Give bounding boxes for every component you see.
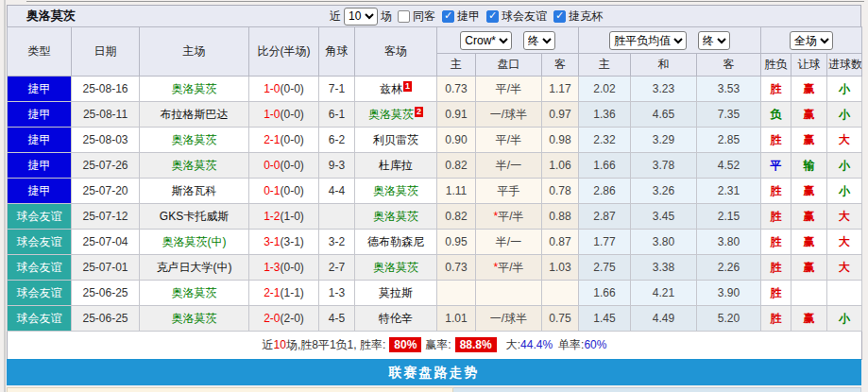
- halftime-score: (0-0): [281, 82, 304, 95]
- cell-corners: 6-1: [319, 102, 355, 128]
- cell-type: 球会友谊: [8, 306, 72, 332]
- home-team-name: 奥洛莫茨: [172, 286, 217, 299]
- fulltime-score: 0-1: [264, 184, 280, 197]
- cup-checkbox[interactable]: [553, 10, 566, 23]
- cell-goals: 大: [827, 255, 862, 281]
- cell-handicap-result: [791, 281, 827, 306]
- summary-row: 近10场,胜8平1负1, 胜率:80%赢率:88.8%大:44.4%单率:60%: [8, 332, 862, 360]
- col-header-handicap: 盘口: [476, 54, 542, 77]
- cell-result: 胜: [761, 77, 791, 102]
- cell-goals: 大: [827, 230, 862, 255]
- table-row: 捷甲 25-07-20 斯洛瓦科 0-1(0-0) 4-4 奥洛莫茨 1.11 …: [8, 179, 862, 204]
- avg-time-select[interactable]: 终: [698, 31, 730, 50]
- home-team-name: GKS卡托威斯: [160, 210, 229, 223]
- cell-handicap: 一/球半: [476, 102, 542, 128]
- league-checkbox[interactable]: [442, 10, 454, 23]
- cell-avg-away: 3.90: [697, 281, 761, 306]
- next-section-left: [7, 387, 453, 392]
- cell-handicap: *平/半: [476, 204, 542, 230]
- odds-time-select[interactable]: 终: [523, 31, 555, 50]
- table-row: 捷甲 25-08-03 奥洛莫茨 2-1(0-0) 6-2 利贝雷茨 0.90 …: [8, 128, 862, 153]
- cell-score: 1-0(0-0): [249, 102, 319, 128]
- cell-odds-home: 0.82: [437, 153, 476, 179]
- away-team-name: 奥洛莫茨: [368, 108, 414, 121]
- cell-odds-home: 0.82: [437, 204, 476, 230]
- away-team-name: 奥洛莫茨: [373, 210, 418, 223]
- same-away-label: 同客: [413, 9, 435, 25]
- cell-score: 2-1(1-1): [249, 281, 319, 306]
- cell-avg-draw: 3.78: [631, 153, 697, 179]
- cell-odds-away: 0.98: [542, 128, 579, 153]
- handicap-line: 平/半: [498, 261, 523, 274]
- cell-handicap: 半/一: [476, 153, 542, 179]
- cell-corners: 3-2: [319, 230, 355, 255]
- big-rate-value: 44.4%: [520, 338, 553, 351]
- cell-date: 25-07-04: [72, 230, 140, 255]
- recent-label: 近: [330, 9, 341, 25]
- cell-odds-away: 0.88: [542, 204, 579, 230]
- scope-select[interactable]: 全场: [790, 31, 833, 50]
- handicap-line: 平/半: [498, 210, 523, 223]
- cell-date: 25-07-12: [72, 204, 140, 230]
- cell-goals: [827, 281, 862, 306]
- cell-corners: [319, 204, 355, 230]
- cell-score: 1-3(0-0): [249, 255, 319, 281]
- filter-controls: 近 10 场 同客 捷甲 球会友谊 捷克杯: [330, 6, 604, 26]
- cell-avg-away: 2.85: [697, 128, 761, 153]
- cell-goals: 大: [827, 204, 862, 230]
- cell-odds-away: 0.75: [542, 306, 579, 332]
- handicap-line: 半/一: [496, 159, 521, 172]
- cell-away-team: 莫拉斯: [355, 281, 437, 306]
- match-rows: 捷甲 25-08-16 奥洛莫茨 1-0(0-0) 7-1 兹林1 0.73 平…: [8, 77, 862, 332]
- col-header-corner: 角球: [319, 27, 355, 77]
- cell-result: 胜: [761, 230, 791, 255]
- team-history-panel: 奥洛莫茨 近 10 场 同客 捷甲 球会友谊 捷克杯: [7, 5, 861, 360]
- cell-odds-away: 1.06: [542, 153, 579, 179]
- table-row: 球会友谊 25-06-25 奥洛莫茨 2-0(2-0) 4-5 特伦辛 1.01…: [8, 306, 862, 332]
- odd-rate-value: 60%: [584, 338, 606, 351]
- recent-count-select[interactable]: 10: [344, 8, 378, 26]
- avg-type-select[interactable]: 胜平负均值: [609, 31, 687, 50]
- cell-corners: 4-5: [319, 306, 355, 332]
- games-label: 场: [381, 9, 392, 25]
- col-header-away: 客场: [355, 27, 437, 77]
- cell-score: 0-1(0-0): [249, 179, 319, 204]
- same-away-checkbox[interactable]: [398, 10, 410, 23]
- cell-corners: 6-2: [319, 128, 355, 153]
- cell-goals: 小: [827, 306, 862, 332]
- cell-date: 25-08-03: [72, 128, 140, 153]
- cell-corners: 9-3: [319, 153, 355, 179]
- col-header-result: 胜负: [761, 54, 791, 77]
- col-header-avg-away: 客: [697, 54, 761, 77]
- cell-avg-home: 2.32: [579, 128, 631, 153]
- summary-cell: 近10场,胜8平1负1, 胜率:80%赢率:88.8%大:44.4%单率:60%: [8, 332, 862, 360]
- cell-odds-home: 0.95: [437, 230, 476, 255]
- summary-recent-count: 10: [274, 338, 286, 351]
- odds-group-header: Crow* 终: [437, 27, 579, 54]
- odds-company-select[interactable]: Crow*: [460, 31, 512, 50]
- friendly-checkbox[interactable]: [486, 10, 499, 23]
- cell-odds-away: 0.97: [542, 102, 579, 128]
- cell-result: 胜: [761, 179, 791, 204]
- halftime-score: (0-0): [281, 184, 304, 197]
- col-header-date: 日期: [72, 27, 140, 77]
- cell-away-team: 兹林1: [355, 77, 437, 102]
- cell-away-team: 奥洛莫茨: [355, 204, 437, 230]
- cup-label: 捷克杯: [569, 9, 603, 25]
- summary-prefix: 近: [263, 338, 274, 351]
- cell-date: 25-08-16: [72, 77, 140, 102]
- cell-date: 25-07-01: [72, 255, 140, 281]
- cell-away-team: 特伦辛: [355, 306, 437, 332]
- cell-handicap-result: 赢: [791, 102, 827, 128]
- cell-odds-home: 1.01: [437, 306, 476, 332]
- league-trend-header[interactable]: 联赛盘路走势: [7, 359, 861, 385]
- fulltime-score: 1-0: [264, 82, 280, 95]
- handicap-rate-label: 赢率:: [425, 338, 451, 351]
- next-section-right: [453, 387, 861, 392]
- cell-avg-home: 2.87: [579, 204, 631, 230]
- next-section-edge: [7, 387, 861, 392]
- cell-handicap-result: 赢: [791, 179, 827, 204]
- cell-result: 负: [761, 102, 791, 128]
- halftime-score: (1-1): [281, 286, 304, 299]
- cell-home-team: 奥洛莫茨: [140, 306, 249, 332]
